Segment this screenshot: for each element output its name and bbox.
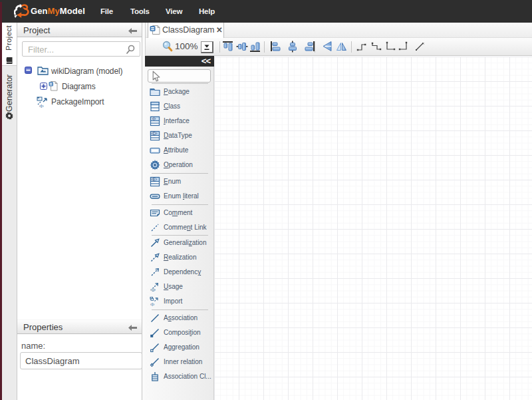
svg-text:‹u›: ‹u›: [150, 288, 156, 292]
svg-text:‹E›: ‹E›: [152, 177, 158, 182]
svg-text:‹D›: ‹D›: [152, 131, 158, 136]
svg-text:‹I›: ‹I›: [39, 104, 44, 108]
svg-text:‹I›: ‹I›: [152, 116, 156, 121]
svg-text:‹I›: ‹I›: [150, 302, 154, 307]
